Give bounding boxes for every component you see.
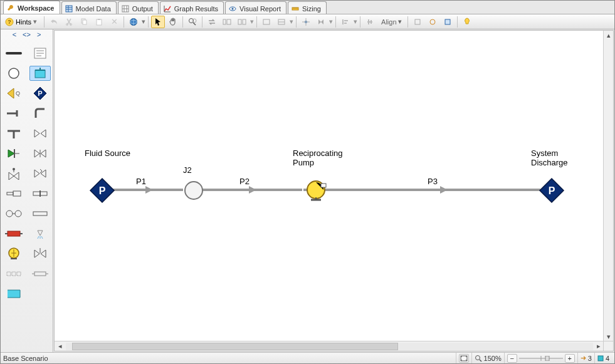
misc5-button[interactable] <box>441 16 455 28</box>
scroll-down-icon[interactable]: ▾ <box>604 332 613 341</box>
find-button[interactable] <box>186 16 199 28</box>
tab-visual-report[interactable]: Visual Report <box>225 1 286 14</box>
tab-model-data[interactable]: Model Data <box>61 1 117 14</box>
tool-assigned-pressure[interactable]: P <box>29 86 51 101</box>
tool-component2[interactable] <box>29 266 51 281</box>
tool-check-valve[interactable] <box>3 146 24 161</box>
tool-component1[interactable] <box>3 266 24 281</box>
separator <box>44 16 45 28</box>
chevron-down-icon[interactable]: ▾ <box>329 18 333 26</box>
help-icon: ? <box>5 18 14 26</box>
svg-rect-23 <box>97 19 102 25</box>
node-fluid-source[interactable]: P <box>89 177 115 204</box>
svg-line-93 <box>38 236 39 239</box>
swap-button[interactable] <box>205 16 219 28</box>
scroll-thumb[interactable] <box>72 343 398 350</box>
copy-button[interactable] <box>77 16 91 28</box>
x-icon: ✕ <box>111 17 118 26</box>
tab-output[interactable]: Output <box>118 1 159 14</box>
scroll-left-icon[interactable]: ◂ <box>56 342 65 351</box>
svg-text:Q: Q <box>16 90 20 96</box>
tool-deadend[interactable] <box>3 106 24 121</box>
tool-branch[interactable] <box>3 66 24 81</box>
tool-pump[interactable] <box>3 246 24 261</box>
flip-button[interactable] <box>314 16 328 28</box>
arrow-icon <box>249 186 256 194</box>
tool-elbow[interactable] <box>29 106 51 121</box>
zoom-slider[interactable] <box>519 356 563 361</box>
layout2-button[interactable] <box>235 16 249 28</box>
svg-point-48 <box>430 19 435 24</box>
tool-screen[interactable] <box>3 206 24 221</box>
align-tool2-button[interactable] <box>363 16 377 28</box>
node-label: J2 <box>183 165 192 175</box>
fit-button[interactable] <box>459 354 469 363</box>
tool-annotation[interactable] <box>29 46 51 61</box>
tool-tee[interactable] <box>3 126 24 141</box>
globe-button[interactable] <box>127 16 140 28</box>
svg-marker-59 <box>8 88 14 98</box>
tool-valve1[interactable] <box>29 126 51 141</box>
scroll-up-icon[interactable]: ▴ <box>604 31 613 39</box>
tool-control-valve[interactable] <box>3 166 24 181</box>
tool-spray[interactable] <box>29 226 51 241</box>
tool-area-change[interactable] <box>3 186 24 201</box>
chevron-down-icon[interactable]: ▾ <box>250 18 254 26</box>
node-j2[interactable] <box>183 180 204 201</box>
zoom-out-button[interactable]: − <box>507 354 517 363</box>
lightbulb-button[interactable] <box>460 16 474 28</box>
palette-nav-fwd[interactable]: > <box>37 31 41 42</box>
eye-icon <box>228 4 237 13</box>
tool-pipe[interactable] <box>3 46 24 61</box>
misc3-button[interactable] <box>411 16 424 28</box>
misc4-button[interactable] <box>426 16 439 28</box>
svg-rect-45 <box>368 19 369 24</box>
scroll-right-icon[interactable]: ▸ <box>594 342 603 351</box>
tool-orifice[interactable] <box>29 186 51 201</box>
undo-button[interactable] <box>47 16 61 28</box>
align-tool1-button[interactable] <box>339 16 352 28</box>
misc1-button[interactable] <box>260 16 273 28</box>
pipe-p3[interactable] <box>327 189 540 191</box>
vertical-scrollbar[interactable]: ▴ ▾ <box>603 31 613 341</box>
misc2-button[interactable] <box>275 16 288 28</box>
pan-tool-button[interactable] <box>166 16 180 28</box>
pointer-tool-button[interactable] <box>151 16 165 28</box>
palette-nav-mid[interactable]: <> <box>23 31 31 42</box>
tool-relief-valve[interactable] <box>29 166 51 181</box>
tool-valve3[interactable] <box>29 246 51 261</box>
layout1-button[interactable] <box>220 16 234 28</box>
tool-tank[interactable] <box>3 286 24 301</box>
svg-point-55 <box>9 68 19 78</box>
workspace-canvas[interactable]: P Fluid Source J2 Reciprocati <box>55 31 603 341</box>
chevron-down-icon[interactable]: ▾ <box>290 18 293 26</box>
point-button[interactable] <box>299 16 313 28</box>
svg-marker-72 <box>34 150 39 157</box>
node-system-discharge[interactable]: P <box>539 177 565 204</box>
scroll-track[interactable] <box>66 343 593 350</box>
node-recip-pump[interactable] <box>302 179 330 204</box>
horizontal-scrollbar[interactable]: ◂ ▸ <box>55 341 603 351</box>
cut-button[interactable] <box>62 16 76 28</box>
svg-rect-47 <box>415 19 420 24</box>
tool-valve2[interactable] <box>29 146 51 161</box>
tool-heat-exchanger[interactable] <box>3 226 24 241</box>
pipe-label: P1 <box>136 177 146 186</box>
chevron-down-icon[interactable]: ▾ <box>354 18 357 26</box>
hints-button[interactable]: ? Hints ▾ <box>3 16 41 28</box>
tab-workspace[interactable]: Workspace <box>3 1 60 14</box>
paste-button[interactable] <box>92 16 106 28</box>
tool-assigned-flow[interactable]: Q <box>3 86 24 101</box>
palette-nav-back[interactable]: < <box>13 31 16 42</box>
tool-general[interactable] <box>29 206 51 221</box>
svg-text:P: P <box>99 185 106 196</box>
chevron-down-icon[interactable]: ▾ <box>142 18 145 26</box>
align-dropdown[interactable]: Align ▾ <box>378 16 404 28</box>
delete-button[interactable]: ✕ <box>107 16 121 28</box>
tab-graph-results[interactable]: Graph Results <box>160 1 224 14</box>
tool-reservoir[interactable] <box>29 66 51 81</box>
zoom-value[interactable]: 150% <box>484 355 502 362</box>
node-label: Fluid Source <box>85 148 130 158</box>
tab-sizing[interactable]: Sizing <box>288 1 327 14</box>
zoom-in-button[interactable]: + <box>565 354 575 363</box>
